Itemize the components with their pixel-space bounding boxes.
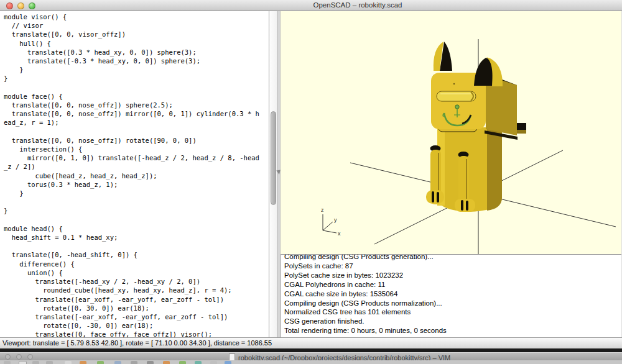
toolbar-icon-fragment — [210, 361, 217, 364]
status-bar: Viewport: translate = [ 5.79 8.53 42.80 … — [0, 337, 622, 348]
toolbar-icon-fragment — [19, 361, 27, 364]
axis-label-z: z — [321, 207, 324, 213]
axis-label-y: y — [334, 217, 337, 223]
toolbar-icon-fragment — [131, 361, 137, 364]
toolbar-icon-fragment — [97, 361, 104, 364]
toolbar-icon-fragment — [195, 361, 202, 364]
main-split: module visor() { // visor translate([0, … — [0, 11, 622, 337]
3d-viewport[interactable]: z y x — [281, 11, 621, 254]
toolbar-icon-fragment — [32, 361, 39, 364]
console-panel[interactable]: Compiling design (CSG Products generatio… — [281, 254, 621, 337]
toolbar-icon-fragment — [163, 361, 170, 364]
code-editor[interactable]: module visor() { // visor translate([0, … — [0, 11, 269, 337]
vim-close-button[interactable] — [5, 354, 11, 360]
vim-traffic-lights — [5, 354, 33, 360]
vim-zoom-button[interactable] — [27, 354, 33, 360]
toolbar-icon-fragment — [114, 361, 121, 364]
window-titlebar: OpenSCAD – robokitty.scad — [0, 0, 622, 11]
toolbar-icon-fragment — [46, 361, 53, 364]
editor-scrollbar[interactable] — [269, 11, 278, 337]
vim-minimize-button[interactable] — [16, 354, 22, 360]
viewport-status-text: Viewport: translate = [ 5.79 8.53 42.80 … — [2, 339, 272, 347]
rendered-model: z y x — [281, 11, 621, 254]
axis-label-x: x — [338, 230, 341, 237]
right-column: z y x Compiling design (CSG Products gen… — [281, 11, 621, 337]
zoom-button[interactable] — [29, 2, 35, 9]
toolbar-icon-fragment — [65, 361, 72, 364]
traffic-lights — [6, 2, 35, 9]
code-text[interactable]: module visor() { // visor translate([0, … — [0, 11, 269, 337]
console-output: Compiling design (CSG Products generatio… — [281, 254, 621, 335]
minimize-button[interactable] — [17, 2, 24, 9]
window-title: OpenSCAD – robokitty.scad — [313, 1, 402, 9]
toolbar-icon-fragment — [179, 361, 186, 364]
toolbar-icon-fragment — [4, 361, 11, 364]
toolbar-icon-fragment — [147, 361, 154, 364]
toolbar-icon-fragment — [225, 361, 231, 364]
robokitty-model — [426, 42, 526, 212]
toolbar-icon-fragment — [80, 361, 86, 364]
editor-scrollbar-thumb[interactable] — [271, 111, 276, 205]
openscad-window: OpenSCAD – robokitty.scad module visor()… — [0, 0, 622, 364]
close-button[interactable] — [6, 2, 13, 9]
vim-toolbar-strip — [0, 360, 622, 364]
